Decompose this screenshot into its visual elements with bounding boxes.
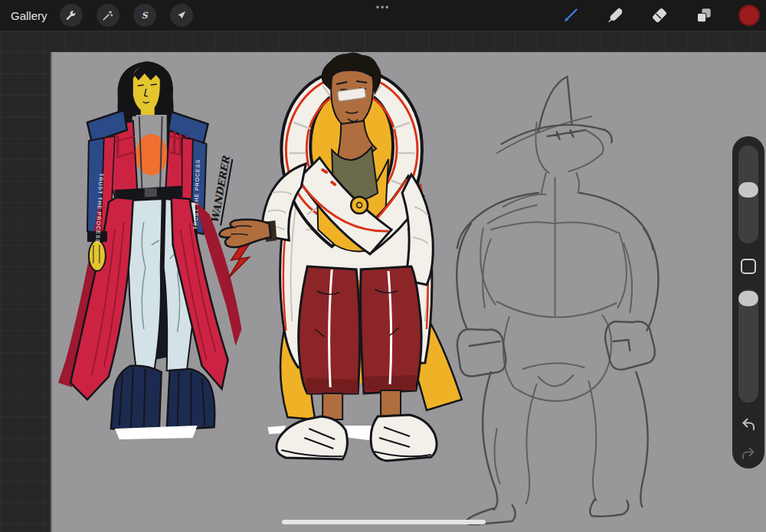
transform-button[interactable] bbox=[170, 4, 193, 27]
adjustments-button[interactable] bbox=[97, 4, 119, 27]
wrench-icon bbox=[64, 9, 77, 22]
redo-arrow-icon bbox=[740, 446, 757, 462]
brush-tool-button[interactable] bbox=[561, 5, 581, 25]
drawing-canvas[interactable]: TRUST THE PROCESS TRUST THE PROCESS WAND… bbox=[51, 52, 766, 532]
home-indicator[interactable] bbox=[282, 520, 486, 524]
brush-opacity-handle[interactable] bbox=[738, 291, 758, 306]
eraser-icon bbox=[650, 5, 669, 25]
svg-text:WANDERER: WANDERER bbox=[209, 155, 232, 224]
magic-wand-icon bbox=[101, 9, 114, 22]
brush-icon bbox=[561, 5, 581, 25]
brush-controls-sidebar bbox=[732, 136, 764, 468]
brush-size-handle[interactable] bbox=[738, 182, 758, 197]
smudge-tool-button[interactable] bbox=[605, 5, 625, 25]
svg-text:S: S bbox=[141, 10, 148, 21]
brush-opacity-slider[interactable] bbox=[738, 289, 758, 403]
paint-tools-group bbox=[561, 5, 760, 26]
canvas-artwork: TRUST THE PROCESS TRUST THE PROCESS WAND… bbox=[52, 52, 766, 532]
color-swatch[interactable] bbox=[738, 5, 760, 26]
s-selection-icon: S bbox=[138, 9, 151, 22]
modify-button[interactable] bbox=[741, 259, 756, 274]
undo-button[interactable] bbox=[740, 416, 757, 433]
eraser-tool-button[interactable] bbox=[650, 5, 669, 25]
redo-button[interactable] bbox=[740, 446, 757, 462]
top-toolbar: Gallery S ••• bbox=[0, 0, 766, 31]
figure-gesture-sketch bbox=[457, 77, 658, 524]
signature-annotation: WANDERER bbox=[208, 155, 233, 226]
canvas-options-menu[interactable]: ••• bbox=[376, 2, 391, 13]
layers-icon bbox=[694, 5, 714, 25]
smudge-finger-icon bbox=[605, 5, 625, 25]
selection-button[interactable]: S bbox=[133, 4, 156, 27]
arrow-cursor-icon bbox=[175, 9, 188, 22]
layers-button[interactable] bbox=[694, 5, 714, 25]
procreate-screen: Gallery S ••• bbox=[0, 0, 766, 532]
undo-arrow-icon bbox=[740, 416, 757, 433]
figure-white-parka-character bbox=[219, 52, 461, 461]
gallery-button[interactable]: Gallery bbox=[11, 9, 47, 22]
actions-button[interactable] bbox=[60, 4, 83, 27]
workspace-background: TRUST THE PROCESS TRUST THE PROCESS WAND… bbox=[0, 31, 766, 532]
brush-size-slider[interactable] bbox=[738, 145, 758, 243]
